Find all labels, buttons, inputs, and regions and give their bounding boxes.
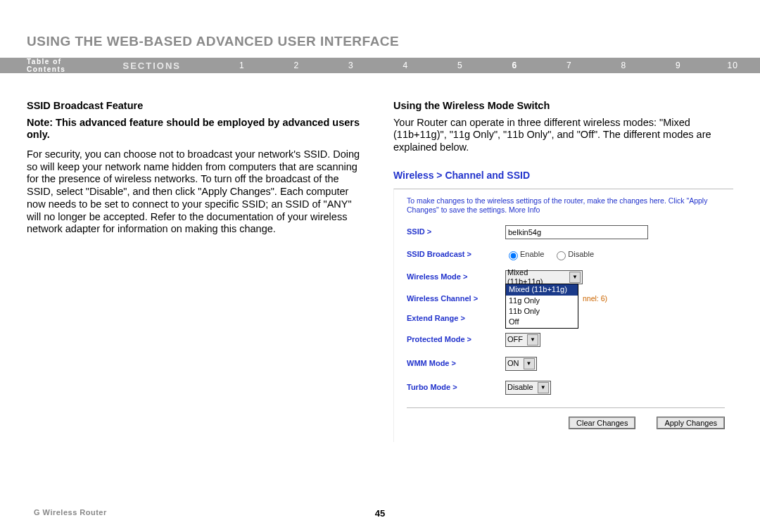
product-name: G Wireless Router (34, 508, 107, 517)
label-wmm: WMM Mode > (407, 359, 505, 368)
label-broadcast: SSID Broadcast > (407, 250, 505, 259)
protected-mode-value: OFF (507, 335, 526, 344)
turbo-mode-value: Disable (507, 383, 536, 392)
nav-section-10[interactable]: 10 (705, 61, 760, 70)
right-column: Using the Wireless Mode Switch Your Rout… (393, 100, 733, 442)
panel-heading: Wireless > Channel and SSID (393, 170, 733, 182)
wmm-mode-value: ON (507, 359, 522, 368)
broadcast-disable-radio[interactable] (557, 251, 566, 260)
mode-option-mixed[interactable]: Mixed (11b+11g) (506, 284, 578, 295)
helptext-text: To make changes to the wireless settings… (407, 196, 707, 215)
label-ssid: SSID > (407, 227, 505, 236)
wmm-mode-select[interactable]: ON ▼ (505, 357, 537, 371)
nav-section-8[interactable]: 8 (596, 61, 651, 70)
label-extend: Extend Range > (407, 314, 505, 323)
label-channel: Wireless Channel > (407, 294, 505, 303)
nav-section-3[interactable]: 3 (324, 61, 379, 70)
page-footer: G Wireless Router 45 (0, 508, 760, 517)
nav-section-9[interactable]: 9 (651, 61, 706, 70)
section-nav: Table of Contents SECTIONS 1 2 3 4 5 6 7… (0, 58, 760, 73)
nav-sections-label: SECTIONS (123, 61, 181, 71)
broadcast-enable-option[interactable]: Enable (505, 250, 544, 258)
wireless-mode-dropdown[interactable]: Mixed (11b+11g) 11g Only 11b Only Off (505, 284, 578, 329)
nav-section-4[interactable]: 4 (378, 61, 433, 70)
ssid-input[interactable] (505, 225, 648, 239)
turbo-mode-select[interactable]: Disable ▼ (505, 381, 551, 395)
mode-option-11g[interactable]: 11g Only (506, 296, 578, 306)
label-mode: Wireless Mode > (407, 272, 505, 281)
nav-section-5[interactable]: 5 (433, 61, 488, 70)
clear-changes-button[interactable]: Clear Changes (569, 417, 635, 429)
broadcast-disable-option[interactable]: Disable (553, 250, 594, 258)
left-column: SSID Broadcast Feature Note: This advanc… (27, 100, 367, 442)
apply-changes-button[interactable]: Apply Changes (657, 417, 725, 429)
wireless-settings-panel: To make changes to the wireless settings… (393, 189, 733, 442)
label-turbo: Turbo Mode > (407, 383, 505, 392)
broadcast-disable-label: Disable (568, 250, 594, 258)
label-protected: Protected Mode > (407, 335, 505, 344)
page-title: USING THE WEB-BASED ADVANCED USER INTERF… (27, 34, 760, 49)
mode-option-11b[interactable]: 11b Only (506, 306, 578, 317)
broadcast-enable-label: Enable (520, 250, 544, 258)
nav-section-6[interactable]: 6 (487, 61, 542, 70)
chevron-down-icon[interactable]: ▼ (524, 358, 535, 369)
chevron-down-icon[interactable]: ▼ (569, 272, 581, 283)
protected-mode-select[interactable]: OFF ▼ (505, 333, 540, 347)
more-info-link[interactable]: More Info (509, 205, 540, 214)
broadcast-enable-radio[interactable] (509, 251, 518, 260)
ssid-broadcast-body: For security, you can choose not to broa… (27, 148, 367, 236)
advanced-note: Note: This advanced feature should be em… (27, 117, 367, 141)
panel-helptext: To make changes to the wireless settings… (407, 196, 725, 215)
page-number: 45 (375, 508, 385, 519)
ssid-broadcast-heading: SSID Broadcast Feature (27, 100, 367, 113)
wireless-mode-body: Your Router can operate in three differe… (393, 117, 733, 154)
nav-toc[interactable]: Table of Contents (27, 58, 103, 73)
mode-option-off[interactable]: Off (506, 317, 578, 327)
wireless-mode-heading: Using the Wireless Mode Switch (393, 100, 733, 113)
chevron-down-icon[interactable]: ▼ (538, 382, 549, 393)
nav-section-7[interactable]: 7 (542, 61, 597, 70)
chevron-down-icon[interactable]: ▼ (527, 334, 538, 346)
nav-section-2[interactable]: 2 (269, 61, 324, 70)
channel-note: nnel: 6) (583, 294, 607, 303)
nav-section-1[interactable]: 1 (215, 61, 270, 70)
wireless-mode-select[interactable]: Mixed (11b+11g) ▼ Mixed (11b+11g) 11g On… (505, 270, 583, 284)
